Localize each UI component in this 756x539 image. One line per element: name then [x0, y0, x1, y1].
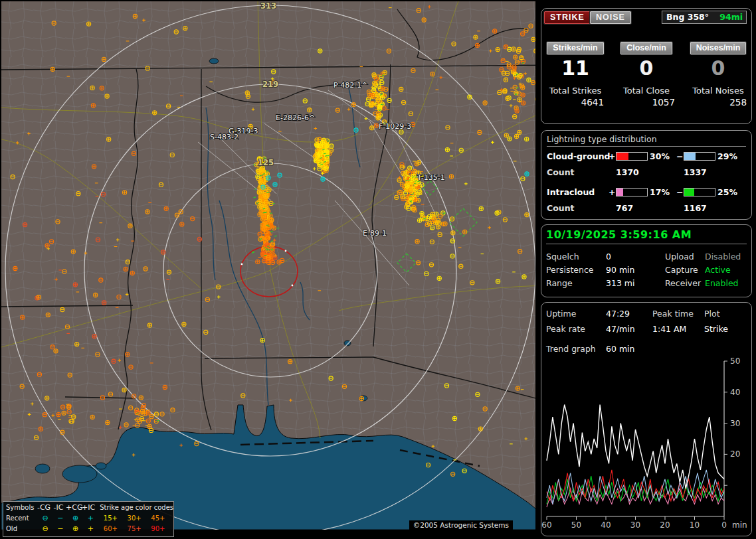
- count-label: Count: [547, 203, 575, 213]
- legend-col-cg-minus: -CG: [37, 502, 51, 512]
- legend-col-ic-minus: -IC: [51, 502, 66, 512]
- cloud-ground-label: Cloud-ground: [547, 151, 611, 161]
- storm-cell-label: E-89-1: [363, 229, 387, 238]
- svg-text:50: 50: [730, 356, 740, 366]
- ring-distance-label: 313: [260, 1, 276, 11]
- session-panel: Uptime 47:29 Peak time Plot Peak rate 47…: [541, 302, 752, 536]
- age-75: 75+: [126, 524, 150, 534]
- age-15: 15+: [102, 513, 126, 523]
- map-legend: Symbols -CG -IC +CG +IC Strike age color…: [3, 501, 174, 537]
- plus-sign: +: [609, 187, 615, 197]
- close-per-min-column: Close/min 0 Total Close 1057: [616, 40, 676, 108]
- svg-text:30: 30: [730, 419, 740, 428]
- ic-plus-bar: [616, 188, 648, 196]
- current-datetime: 10/19/2025 3:59:16 AM: [546, 228, 747, 244]
- total-noises-label: Total Noises: [688, 86, 748, 96]
- age-90: 90+: [149, 524, 173, 534]
- total-close-value: 1057: [616, 97, 676, 108]
- intracloud-row: Intracloud + 17% − 25%: [541, 187, 751, 198]
- noise-mode-button[interactable]: NOISE: [590, 11, 631, 24]
- strikes-per-min-value: 11: [545, 57, 605, 80]
- recent-cg-plus-icon: ⊕: [68, 513, 83, 523]
- strikes-per-min-button[interactable]: Strikes/min: [547, 42, 603, 54]
- age-30: 30+: [126, 513, 150, 523]
- cloud-ground-row: Cloud-ground + 30% − 29%: [541, 151, 751, 162]
- cg-minus-bar: [684, 152, 715, 161]
- range-label: Range: [546, 278, 573, 288]
- legend-col-ic-plus: +IC: [81, 502, 96, 512]
- intracloud-label: Intracloud: [547, 187, 595, 197]
- age-60: 60+: [102, 524, 126, 534]
- lightning-distribution-panel: Lightning type distribution Cloud-ground…: [541, 130, 752, 220]
- storm-cell-label: P-482-1^: [333, 81, 368, 90]
- strike-mode-button[interactable]: STRIKE: [544, 11, 591, 24]
- cg-minus-pct: 29%: [717, 151, 737, 161]
- cg-plus-bar: [616, 152, 648, 161]
- old-cg-plus-icon: ⊕: [68, 524, 83, 534]
- status-panel: 10/19/2025 3:59:16 AM Squelch 0 Persiste…: [541, 224, 752, 297]
- noises-per-min-button[interactable]: Noises/min: [690, 42, 747, 54]
- range-value: 313 mi: [606, 278, 634, 288]
- svg-text:20: 20: [660, 520, 670, 530]
- svg-text:min: min: [732, 520, 747, 530]
- upload-label: Upload: [665, 252, 694, 262]
- svg-text:40: 40: [601, 520, 611, 530]
- ring-distance-label: 125: [258, 158, 274, 167]
- legend-symbols-header: Symbols: [6, 502, 37, 512]
- ic-minus-pct: 25%: [717, 187, 737, 197]
- bearing-readout: Bng 358° 94mi: [662, 11, 747, 24]
- capture-label: Capture: [665, 265, 698, 275]
- plus-sign: +: [609, 151, 615, 161]
- legend-col-cg-plus: +CG: [66, 502, 81, 512]
- cg-plus-count: 1370: [616, 167, 639, 177]
- persistence-label: Persistence: [546, 265, 594, 275]
- bearing-distance: 94mi: [719, 11, 743, 23]
- age-45: 45+: [149, 513, 173, 523]
- legend-old-label: Old: [6, 524, 38, 534]
- close-per-min-value: 0: [616, 57, 676, 80]
- ic-plus-count: 767: [616, 203, 633, 213]
- noises-per-min-column: Noises/min 0 Total Noises 258: [688, 40, 748, 108]
- trend-graph: 6050403020100min20304050: [541, 303, 751, 536]
- squelch-value: 0: [606, 252, 611, 262]
- legend-age-title: Strike age color codes: [96, 502, 173, 512]
- storm-cell-label: E-2826-6^: [276, 114, 315, 122]
- minus-sign: −: [676, 151, 683, 161]
- svg-text:60: 60: [541, 520, 551, 530]
- cg-minus-count: 1337: [684, 167, 707, 177]
- squelch-label: Squelch: [546, 252, 579, 262]
- old-cg-minus-icon: ⊖: [38, 524, 53, 534]
- svg-text:40: 40: [730, 388, 740, 397]
- storm-cell-label: T-135-1: [417, 173, 445, 182]
- persistence-value: 90 min: [606, 265, 634, 275]
- old-ic-plus-icon: +: [83, 524, 98, 534]
- distribution-title: Lightning type distribution: [547, 134, 746, 147]
- receiver-status: Enabled: [705, 278, 739, 288]
- lightning-map[interactable]: 313219125S-483-2G-319-3E-2826-6^P-482-1^…: [1, 1, 535, 538]
- receiver-label: Receiver: [665, 278, 701, 288]
- total-strikes-label: Total Strikes: [545, 86, 605, 96]
- ic-minus-bar: [684, 188, 715, 196]
- svg-text:50: 50: [571, 520, 581, 530]
- intracloud-count-row: Count 767 1167: [541, 203, 751, 214]
- recent-ic-minus-icon: −: [52, 513, 68, 523]
- old-ic-minus-icon: −: [52, 524, 68, 534]
- recent-ic-plus-icon: +: [83, 513, 98, 523]
- total-close-label: Total Close: [616, 86, 676, 96]
- noises-per-min-value: 0: [688, 57, 748, 80]
- copyright-notice: ©2005 Astrogenic Systems: [409, 520, 513, 530]
- cg-plus-pct: 30%: [650, 151, 670, 161]
- close-per-min-button[interactable]: Close/min: [620, 42, 672, 54]
- total-strikes-value: 4641: [545, 97, 605, 108]
- count-label: Count: [547, 167, 575, 177]
- svg-text:10: 10: [690, 520, 700, 530]
- svg-text:0: 0: [721, 520, 727, 530]
- minus-sign: −: [676, 187, 683, 197]
- total-noises-value: 258: [688, 97, 748, 108]
- storm-cell-label: G-319-3: [229, 127, 258, 135]
- ring-distance-label: 219: [262, 80, 278, 89]
- counters-panel: STRIKE NOISE Bng 358° 94mi Strikes/min 1…: [541, 8, 752, 124]
- upload-status: Disabled: [705, 252, 741, 262]
- ic-minus-count: 1167: [684, 203, 707, 213]
- map-canvas[interactable]: 313219125S-483-2G-319-3E-2826-6^P-482-1^…: [1, 1, 535, 538]
